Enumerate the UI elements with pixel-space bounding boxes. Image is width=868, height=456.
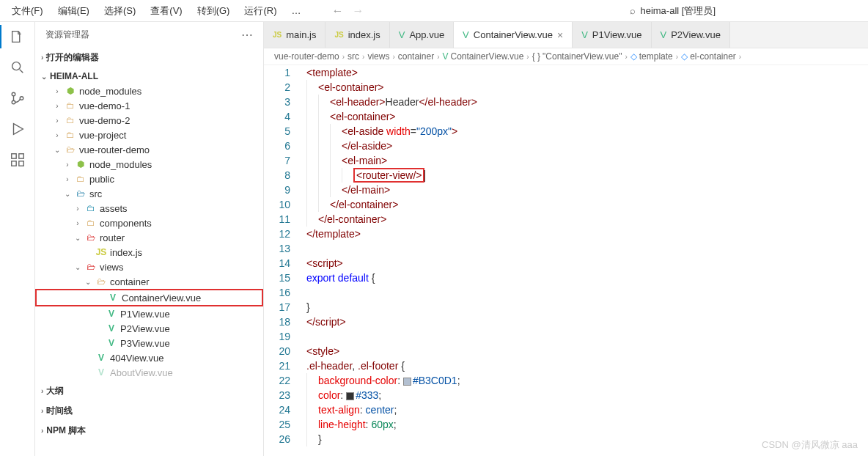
editor-tabs: JSmain.js JSindex.js VApp.vue VContainer… (264, 22, 868, 48)
file-tree: ›⬢node_modules ›🗀vue-demo-1 ›🗀vue-demo-2… (35, 84, 263, 380)
breadcrumb: vue-router-demo› src› views› container› … (264, 48, 868, 65)
tree-folder[interactable]: ⌄🗁vue-router-demo (35, 142, 263, 157)
line-numbers: 1234567891011121314151617181920212223242… (264, 65, 301, 456)
activity-extensions-icon[interactable] (9, 151, 26, 169)
tree-folder[interactable]: ›⬢node_modules (35, 157, 263, 172)
tree-folder[interactable]: ⌄🗁router (35, 230, 263, 245)
tree-folder[interactable]: ›🗀vue-demo-2 (35, 113, 263, 128)
svg-rect-7 (18, 161, 23, 166)
section-label: 打开的编辑器 (46, 51, 99, 64)
template-icon: ◇ (630, 51, 637, 62)
tab-mainjs[interactable]: JSmain.js (264, 22, 326, 48)
activity-scm-icon[interactable] (9, 89, 26, 107)
chevron-right-icon: › (41, 427, 43, 435)
tree-folder[interactable]: ⌄🗁container (35, 274, 263, 289)
search-area[interactable]: ⌕ heima-all [管理员] (630, 4, 716, 18)
code-content[interactable]: <template> <el-container> <el-header>Hea… (301, 65, 868, 456)
brace-icon: { } (532, 51, 540, 62)
nav-back-icon[interactable]: ← (331, 4, 343, 18)
sidebar-more-icon[interactable]: ⋯ (241, 28, 253, 42)
tree-folder[interactable]: ›🗀public (35, 172, 263, 186)
tree-file[interactable]: VAboutView.vue (35, 365, 263, 380)
tree-folder[interactable]: ⌄🗁src (35, 186, 263, 201)
js-icon: JS (334, 31, 343, 39)
tree-file[interactable]: VP1View.vue (35, 306, 263, 321)
menu-run[interactable]: 运行(R) (238, 1, 282, 21)
chevron-right-icon: › (41, 407, 43, 415)
section-label: 时间线 (46, 405, 73, 417)
breadcrumb-item[interactable]: views (367, 51, 389, 62)
vue-icon: V (463, 29, 469, 40)
code-editor[interactable]: 1234567891011121314151617181920212223242… (264, 65, 868, 456)
menu-file[interactable]: 文件(F) (6, 1, 49, 21)
breadcrumb-item[interactable]: ◇el-container (681, 51, 736, 62)
activity-debug-icon[interactable] (9, 120, 26, 138)
menu-view[interactable]: 查看(V) (144, 1, 188, 21)
svg-point-1 (12, 92, 15, 96)
tree-file-active[interactable]: VContainerView.vue (35, 289, 263, 306)
js-icon: JS (273, 31, 282, 39)
vue-icon: V (442, 51, 448, 62)
editor-area: JSmain.js JSindex.js VApp.vue VContainer… (264, 22, 868, 456)
nav-arrows: ← → (331, 4, 364, 18)
chevron-down-icon: ⌄ (41, 73, 47, 81)
tree-file[interactable]: JSindex.js (35, 245, 263, 260)
tree-file[interactable]: VP3View.vue (35, 336, 263, 350)
menu-more[interactable]: … (285, 2, 306, 19)
tab-p2view[interactable]: VP2View.vue (652, 22, 730, 48)
tree-file[interactable]: V404View.vue (35, 350, 263, 365)
vue-icon: V (661, 29, 667, 40)
tab-indexjs[interactable]: JSindex.js (326, 22, 389, 48)
section-npm[interactable]: › NPM 脚本 (35, 422, 263, 439)
breadcrumb-item[interactable]: VContainerView.vue (442, 51, 523, 62)
section-workspace[interactable]: ⌄ HEIMA-ALL (35, 69, 263, 84)
activity-search-icon[interactable] (9, 59, 26, 76)
activity-explorer-icon[interactable] (9, 28, 26, 45)
svg-point-2 (12, 100, 15, 104)
section-open-editors[interactable]: › 打开的编辑器 (35, 49, 263, 66)
section-label: 大纲 (46, 385, 64, 397)
activity-bar (0, 22, 35, 456)
sidebar-title: 资源管理器 (45, 29, 89, 41)
svg-rect-5 (18, 154, 23, 158)
section-label: NPM 脚本 (46, 424, 86, 437)
tab-p1view[interactable]: VP1View.vue (573, 22, 651, 48)
breadcrumb-item[interactable]: src (347, 51, 359, 62)
chevron-right-icon: › (41, 54, 43, 62)
tree-folder[interactable]: ›🗀vue-project (35, 128, 263, 142)
menubar: 文件(F) 编辑(E) 选择(S) 查看(V) 转到(G) 运行(R) … ← … (0, 0, 868, 22)
tree-folder[interactable]: ›🗀assets (35, 201, 263, 216)
sidebar-header: 资源管理器 ⋯ (35, 22, 263, 48)
menu-edit[interactable]: 编辑(E) (52, 1, 95, 21)
tree-folder[interactable]: ›🗀vue-demo-1 (35, 98, 263, 113)
breadcrumb-item[interactable]: ◇template (630, 51, 673, 62)
nav-forward-icon[interactable]: → (352, 4, 364, 18)
search-icon: ⌕ (630, 5, 636, 16)
svg-rect-6 (11, 161, 15, 166)
tree-folder[interactable]: ⌄🗁views (35, 260, 263, 274)
breadcrumb-item[interactable]: container (398, 51, 434, 62)
section-timeline[interactable]: › 时间线 (35, 402, 263, 419)
tab-appvue[interactable]: VApp.vue (390, 22, 454, 48)
template-icon: ◇ (681, 51, 688, 62)
tree-file[interactable]: VP2View.vue (35, 321, 263, 336)
sidebar: 资源管理器 ⋯ › 打开的编辑器 ⌄ HEIMA-ALL ›⬢node_modu… (35, 22, 264, 456)
search-label: heima-all [管理员] (640, 4, 716, 18)
chevron-right-icon: › (41, 387, 43, 395)
section-outline[interactable]: › 大纲 (35, 383, 263, 400)
tree-folder[interactable]: ›⬢node_modules (35, 84, 263, 98)
breadcrumb-item[interactable]: { }"ContainerView.vue" (532, 51, 622, 62)
menu-select[interactable]: 选择(S) (98, 1, 141, 21)
tree-folder[interactable]: ›🗀components (35, 216, 263, 230)
tab-containerview[interactable]: VContainerView.vue× (454, 22, 573, 48)
svg-point-0 (12, 62, 20, 70)
close-icon[interactable]: × (557, 29, 563, 41)
vue-icon: V (399, 29, 405, 40)
section-label: HEIMA-ALL (50, 71, 98, 81)
vue-icon: V (581, 29, 588, 40)
breadcrumb-item[interactable]: vue-router-demo (274, 51, 339, 62)
menu-goto[interactable]: 转到(G) (191, 1, 236, 21)
svg-rect-4 (11, 154, 15, 158)
